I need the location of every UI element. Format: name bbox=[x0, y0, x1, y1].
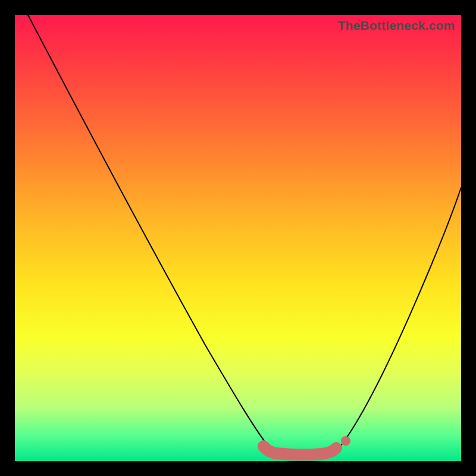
curve-layer bbox=[15, 15, 461, 461]
optimal-region-marker bbox=[264, 446, 336, 455]
curve-left-branch bbox=[28, 15, 271, 449]
curve-right-branch bbox=[339, 187, 461, 448]
plot-area: TheBottleneck.com bbox=[15, 15, 461, 461]
chart-frame: TheBottleneck.com bbox=[0, 0, 476, 476]
optimal-region-marker-tail bbox=[341, 436, 350, 446]
